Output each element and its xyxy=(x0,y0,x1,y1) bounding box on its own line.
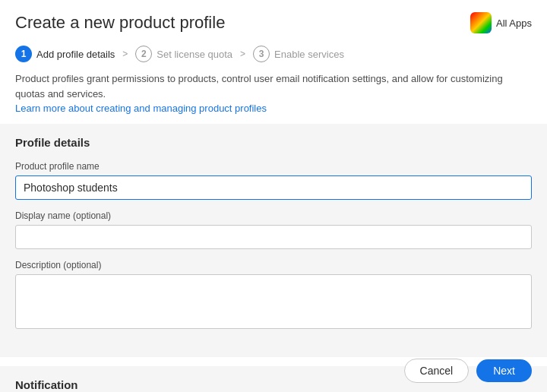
display-name-group: Display name (optional) xyxy=(15,210,532,249)
step-1-circle: 1 xyxy=(15,46,32,62)
step-3-label: Enable services xyxy=(274,49,344,60)
all-apps-icon xyxy=(470,12,492,33)
cancel-button[interactable]: Cancel xyxy=(404,359,470,383)
step-1: 1 Add profile details xyxy=(15,46,115,62)
description-label: Description (optional) xyxy=(15,260,532,270)
page-title: Create a new product profile xyxy=(15,13,225,33)
profile-details-section: Profile details Product profile name Dis… xyxy=(0,124,547,357)
steps-bar: 1 Add profile details > 2 Set license qu… xyxy=(0,40,547,71)
description-area: Product profiles grant permissions to pr… xyxy=(0,71,547,124)
description-text: Product profiles grant permissions to pr… xyxy=(15,71,532,101)
next-button[interactable]: Next xyxy=(476,359,532,382)
all-apps-badge: All Apps xyxy=(470,12,532,33)
display-name-input[interactable] xyxy=(15,225,532,249)
all-apps-label: All Apps xyxy=(496,17,532,29)
step-arrow-1: > xyxy=(122,49,128,59)
footer: Cancel Next xyxy=(0,349,547,392)
header: Create a new product profile All Apps xyxy=(0,0,547,40)
display-name-label: Display name (optional) xyxy=(15,210,532,221)
description-textarea[interactable] xyxy=(15,274,532,329)
profile-details-title: Profile details xyxy=(15,136,532,149)
description-group: Description (optional) xyxy=(15,260,532,331)
step-2: 2 Set license quota xyxy=(135,46,232,62)
step-1-label: Add profile details xyxy=(36,49,115,60)
step-3: 3 Enable services xyxy=(253,46,344,62)
step-3-circle: 3 xyxy=(253,46,270,62)
profile-name-label: Product profile name xyxy=(15,161,532,172)
learn-more-link[interactable]: Learn more about creating and managing p… xyxy=(15,103,267,114)
step-arrow-2: > xyxy=(240,49,245,59)
step-2-label: Set license quota xyxy=(157,49,232,60)
profile-name-group: Product profile name xyxy=(15,161,532,200)
profile-name-input[interactable] xyxy=(15,175,532,200)
step-2-circle: 2 xyxy=(135,46,152,62)
